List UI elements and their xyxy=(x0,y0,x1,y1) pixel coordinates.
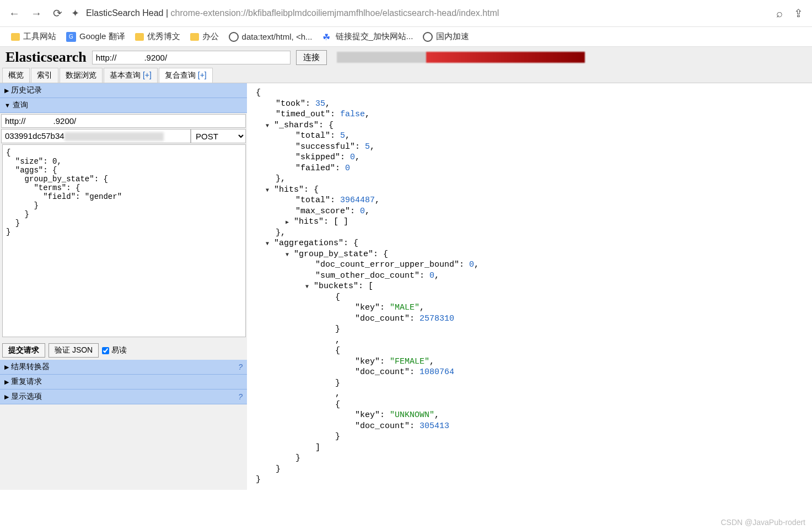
baidu-icon: ☘ xyxy=(322,32,332,42)
bookmark-item[interactable]: 办公 xyxy=(190,31,219,42)
tab-compound-query[interactable]: 复合查询 [+] xyxy=(159,68,213,83)
tab-basic-query[interactable]: 基本查询 [+] xyxy=(104,68,158,83)
section-query[interactable]: ▼查询 xyxy=(0,98,247,113)
section-repeat-request[interactable]: ▶重复请求 xyxy=(0,375,247,390)
main-content: ▶历史记录 ▼查询 033991dc57b34 POST { "size": 0… xyxy=(0,83,812,490)
tab-indices[interactable]: 索引 xyxy=(31,68,58,83)
folder-icon xyxy=(135,33,144,41)
globe-icon xyxy=(229,32,239,42)
bookmark-item[interactable]: data:text/html, <h... xyxy=(229,32,313,42)
tab-browse[interactable]: 数据浏览 xyxy=(60,68,103,83)
bookmark-item[interactable]: 优秀博文 xyxy=(135,31,180,42)
tab-overview[interactable]: 概览 xyxy=(2,68,30,83)
cluster-status-bar xyxy=(337,52,585,63)
validate-json-button[interactable]: 验证 JSON xyxy=(49,343,99,358)
connection-url-input[interactable] xyxy=(92,51,291,64)
tabs: 概览 索引 数据浏览 基本查询 [+] 复合查询 [+] xyxy=(0,68,812,83)
search-icon[interactable]: ⌕ xyxy=(774,5,785,22)
query-body-textarea[interactable]: { "size": 0, "aggs": { group_by_state": … xyxy=(2,144,246,337)
left-panel: ▶历史记录 ▼查询 033991dc57b34 POST { "size": 0… xyxy=(0,83,247,490)
reload-button[interactable]: ⟳ xyxy=(51,4,64,22)
back-button[interactable]: ← xyxy=(7,5,22,22)
share-icon[interactable]: ⇪ xyxy=(792,4,805,22)
bookmark-item[interactable]: ☘链接提交_加快网站... xyxy=(322,31,413,42)
folder-icon xyxy=(11,33,20,41)
app-title: Elasticsearch xyxy=(6,49,87,66)
globe-icon xyxy=(423,32,433,42)
connect-button[interactable]: 连接 xyxy=(296,50,327,65)
action-row: 提交请求 验证 JSON 易读 xyxy=(0,341,247,360)
translate-icon: G xyxy=(66,32,76,42)
bookmark-item[interactable]: GGoogle 翻译 xyxy=(66,31,125,42)
section-display-options[interactable]: ▶显示选项? xyxy=(0,390,247,404)
bookmark-item[interactable]: 国内加速 xyxy=(423,31,469,42)
bookmark-item[interactable]: 工具网站 xyxy=(11,31,56,42)
submit-button[interactable]: 提交请求 xyxy=(2,343,45,358)
extension-icon: ✦ xyxy=(71,7,79,19)
section-result-transformer[interactable]: ▶结果转换器? xyxy=(0,360,247,375)
http-method-select[interactable]: POST xyxy=(191,129,246,143)
easy-read-checkbox[interactable]: 易读 xyxy=(102,345,127,355)
folder-icon xyxy=(190,33,199,41)
help-icon[interactable]: ? xyxy=(238,363,243,371)
watermark: CSDN @JavaPub-rodert xyxy=(721,518,806,527)
address-bar[interactable]: ElasticSearch Head | chrome-extension://… xyxy=(86,8,767,18)
query-url-input[interactable] xyxy=(1,114,246,128)
forward-button[interactable]: → xyxy=(29,5,44,22)
section-history[interactable]: ▶历史记录 xyxy=(0,83,247,98)
app-header: Elasticsearch 连接 xyxy=(0,47,812,68)
browser-toolbar: ← → ⟳ ✦ ElasticSearch Head | chrome-exte… xyxy=(0,0,812,27)
bookmarks-bar: 工具网站 GGoogle 翻译 优秀博文 办公 data:text/html, … xyxy=(0,27,812,47)
query-inputs: 033991dc57b34 POST { "size": 0, "aggs": … xyxy=(0,113,247,341)
response-panel: { "took": 35, "timed_out": false, ▼ "_sh… xyxy=(247,83,812,490)
help-icon[interactable]: ? xyxy=(238,392,243,401)
query-index-input[interactable]: 033991dc57b34 xyxy=(1,129,191,143)
